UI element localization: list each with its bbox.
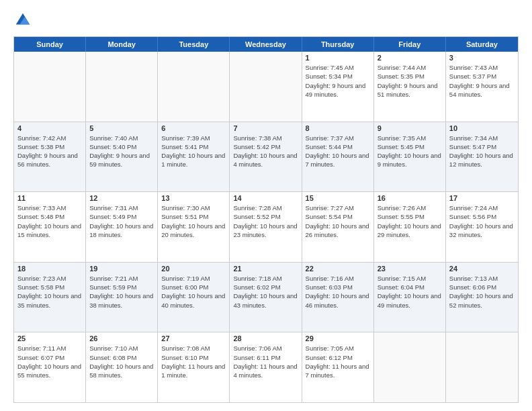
day-detail: Sunrise: 7:13 AM Sunset: 6:06 PM Dayligh… [449,274,515,310]
day-cell: 26Sunrise: 7:10 AM Sunset: 6:08 PM Dayli… [86,332,158,402]
empty-day-cell [158,52,230,122]
day-detail: Sunrise: 7:27 AM Sunset: 5:54 PM Dayligh… [306,203,370,239]
day-number: 25 [17,334,82,342]
day-number: 15 [306,194,370,202]
day-cell: 18Sunrise: 7:23 AM Sunset: 5:58 PM Dayli… [14,263,86,332]
day-number: 19 [89,265,154,273]
calendar-week: 4Sunrise: 7:42 AM Sunset: 5:38 PM Daylig… [14,122,518,193]
day-cell: 11Sunrise: 7:33 AM Sunset: 5:48 PM Dayli… [14,192,86,262]
day-detail: Sunrise: 7:10 AM Sunset: 6:08 PM Dayligh… [89,344,154,379]
day-detail: Sunrise: 7:08 AM Sunset: 6:10 PM Dayligh… [161,344,226,379]
day-number: 27 [161,334,226,342]
calendar-week: 18Sunrise: 7:23 AM Sunset: 5:58 PM Dayli… [14,263,518,333]
day-number: 7 [233,124,298,132]
day-detail: Sunrise: 7:34 AM Sunset: 5:47 PM Dayligh… [449,134,515,169]
day-detail: Sunrise: 7:30 AM Sunset: 5:51 PM Dayligh… [161,203,226,239]
empty-day-cell [86,52,158,122]
day-cell: 4Sunrise: 7:42 AM Sunset: 5:38 PM Daylig… [14,122,86,192]
day-detail: Sunrise: 7:45 AM Sunset: 5:34 PM Dayligh… [306,63,370,99]
day-detail: Sunrise: 7:15 AM Sunset: 6:04 PM Dayligh… [378,274,442,310]
day-detail: Sunrise: 7:26 AM Sunset: 5:55 PM Dayligh… [378,203,442,239]
logo [13,11,35,30]
day-number: 22 [306,265,370,273]
day-cell: 17Sunrise: 7:24 AM Sunset: 5:56 PM Dayli… [446,192,518,262]
page-header [13,11,519,30]
day-detail: Sunrise: 7:38 AM Sunset: 5:42 PM Dayligh… [233,134,298,169]
day-number: 12 [89,194,154,202]
day-detail: Sunrise: 7:43 AM Sunset: 5:37 PM Dayligh… [449,63,515,99]
day-detail: Sunrise: 7:24 AM Sunset: 5:56 PM Dayligh… [449,203,515,239]
day-number: 1 [306,54,370,62]
day-cell: 24Sunrise: 7:13 AM Sunset: 6:06 PM Dayli… [446,263,518,332]
day-detail: Sunrise: 7:35 AM Sunset: 5:45 PM Dayligh… [378,134,442,169]
empty-day-cell [374,332,446,402]
day-number: 29 [306,334,370,342]
day-number: 16 [378,194,442,202]
day-number: 20 [161,265,226,273]
day-cell: 15Sunrise: 7:27 AM Sunset: 5:54 PM Dayli… [302,192,374,262]
empty-day-cell [230,52,302,122]
day-cell: 3Sunrise: 7:43 AM Sunset: 5:37 PM Daylig… [446,52,518,122]
day-number: 9 [378,124,442,132]
day-detail: Sunrise: 7:39 AM Sunset: 5:41 PM Dayligh… [161,134,226,169]
day-cell: 22Sunrise: 7:16 AM Sunset: 6:03 PM Dayli… [302,263,374,332]
weekday-header: Thursday [302,37,374,52]
day-detail: Sunrise: 7:37 AM Sunset: 5:44 PM Dayligh… [306,134,370,169]
day-detail: Sunrise: 7:16 AM Sunset: 6:03 PM Dayligh… [306,274,370,310]
day-number: 10 [449,124,515,132]
day-cell: 5Sunrise: 7:40 AM Sunset: 5:40 PM Daylig… [86,122,158,192]
calendar-week: 11Sunrise: 7:33 AM Sunset: 5:48 PM Dayli… [14,192,518,263]
day-cell: 12Sunrise: 7:31 AM Sunset: 5:49 PM Dayli… [86,192,158,262]
day-detail: Sunrise: 7:23 AM Sunset: 5:58 PM Dayligh… [17,274,82,310]
day-detail: Sunrise: 7:28 AM Sunset: 5:52 PM Dayligh… [233,203,298,239]
day-detail: Sunrise: 7:40 AM Sunset: 5:40 PM Dayligh… [89,134,154,169]
day-cell: 6Sunrise: 7:39 AM Sunset: 5:41 PM Daylig… [158,122,230,192]
day-number: 11 [17,194,82,202]
day-number: 8 [306,124,370,132]
calendar-body: 1Sunrise: 7:45 AM Sunset: 5:34 PM Daylig… [14,52,518,402]
day-number: 3 [449,54,515,62]
calendar-header: SundayMondayTuesdayWednesdayThursdayFrid… [14,37,518,52]
weekday-header: Sunday [14,37,86,52]
calendar-week: 25Sunrise: 7:11 AM Sunset: 6:07 PM Dayli… [14,332,518,402]
day-cell: 13Sunrise: 7:30 AM Sunset: 5:51 PM Dayli… [158,192,230,262]
day-detail: Sunrise: 7:05 AM Sunset: 6:12 PM Dayligh… [306,344,370,379]
day-cell: 20Sunrise: 7:19 AM Sunset: 6:00 PM Dayli… [158,263,230,332]
weekday-header: Tuesday [158,37,230,52]
day-number: 14 [233,194,298,202]
day-number: 17 [449,194,515,202]
day-detail: Sunrise: 7:44 AM Sunset: 5:35 PM Dayligh… [378,63,442,99]
day-detail: Sunrise: 7:33 AM Sunset: 5:48 PM Dayligh… [17,203,82,239]
day-cell: 14Sunrise: 7:28 AM Sunset: 5:52 PM Dayli… [230,192,302,262]
day-number: 24 [449,265,515,273]
day-cell: 25Sunrise: 7:11 AM Sunset: 6:07 PM Dayli… [14,332,86,402]
day-number: 13 [161,194,226,202]
day-detail: Sunrise: 7:31 AM Sunset: 5:49 PM Dayligh… [89,203,154,239]
day-cell: 23Sunrise: 7:15 AM Sunset: 6:04 PM Dayli… [374,263,446,332]
day-detail: Sunrise: 7:18 AM Sunset: 6:02 PM Dayligh… [233,274,298,310]
day-detail: Sunrise: 7:42 AM Sunset: 5:38 PM Dayligh… [17,134,82,169]
empty-day-cell [446,332,518,402]
weekday-header: Saturday [446,37,518,52]
day-cell: 16Sunrise: 7:26 AM Sunset: 5:55 PM Dayli… [374,192,446,262]
day-number: 23 [378,265,442,273]
day-cell: 8Sunrise: 7:37 AM Sunset: 5:44 PM Daylig… [302,122,374,192]
day-number: 21 [233,265,298,273]
day-cell: 2Sunrise: 7:44 AM Sunset: 5:35 PM Daylig… [374,52,446,122]
weekday-header: Wednesday [230,37,302,52]
day-number: 5 [89,124,154,132]
day-cell: 1Sunrise: 7:45 AM Sunset: 5:34 PM Daylig… [302,52,374,122]
day-cell: 9Sunrise: 7:35 AM Sunset: 5:45 PM Daylig… [374,122,446,192]
day-number: 26 [89,334,154,342]
day-number: 2 [378,54,442,62]
day-number: 28 [233,334,298,342]
day-cell: 21Sunrise: 7:18 AM Sunset: 6:02 PM Dayli… [230,263,302,332]
day-cell: 27Sunrise: 7:08 AM Sunset: 6:10 PM Dayli… [158,332,230,402]
calendar: SundayMondayTuesdayWednesdayThursdayFrid… [13,36,519,403]
day-detail: Sunrise: 7:21 AM Sunset: 5:59 PM Dayligh… [89,274,154,310]
day-cell: 10Sunrise: 7:34 AM Sunset: 5:47 PM Dayli… [446,122,518,192]
weekday-header: Friday [374,37,446,52]
day-detail: Sunrise: 7:06 AM Sunset: 6:11 PM Dayligh… [233,344,298,379]
logo-icon [13,11,32,30]
day-cell: 28Sunrise: 7:06 AM Sunset: 6:11 PM Dayli… [230,332,302,402]
